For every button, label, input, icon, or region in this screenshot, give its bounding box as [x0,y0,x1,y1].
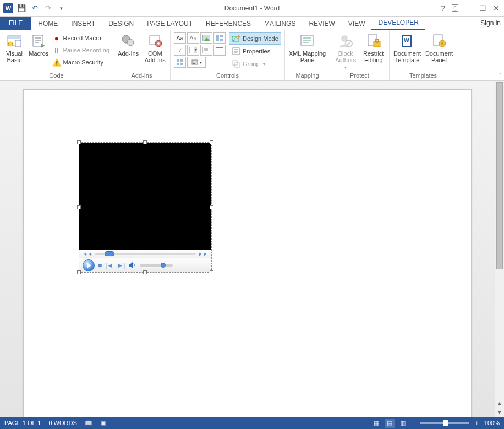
resize-handle[interactable] [77,205,81,209]
group-icon [232,59,240,68]
group-button[interactable]: Group▾ [229,58,281,70]
resize-handle[interactable] [77,270,81,274]
page-indicator[interactable]: PAGE 1 OF 1 [4,420,41,426]
ribbon-tabs: FILE HOME INSERT DESIGN PAGE LAYOUT REFE… [0,17,504,30]
undo-icon[interactable]: ↶ [30,3,40,13]
zoom-thumb[interactable] [443,420,448,426]
fastforward-icon[interactable]: ►► [198,251,208,257]
rich-text-control-icon[interactable]: Aa [174,32,186,44]
tab-page-layout[interactable]: PAGE LAYOUT [140,17,199,30]
restrict-editing-button[interactable]: Restrict Editing [361,32,386,63]
svg-rect-28 [177,59,179,62]
design-mode-button[interactable]: Design Mode [229,32,281,45]
resize-handle[interactable] [77,140,81,144]
seek-bar[interactable]: ◄◄ ►► [79,250,211,258]
quick-access-toolbar: W 💾 ↶ ↷ ▾ [0,3,66,13]
xml-mapping-button[interactable]: XML Mapping Pane [288,32,326,63]
svg-point-47 [342,36,347,41]
scroll-down-icon[interactable]: ▼ [495,408,504,417]
help-icon[interactable]: ? [441,4,445,13]
svg-rect-30 [177,63,179,65]
rewind-icon[interactable]: ◄◄ [83,251,92,257]
zoom-slider[interactable] [420,422,469,424]
maximize-icon[interactable]: ☐ [479,4,486,13]
checkbox-control-icon[interactable]: ☑ [174,45,186,56]
building-block-control-icon[interactable] [213,32,226,44]
tab-insert[interactable]: INSERT [64,17,102,30]
com-addins-button[interactable]: COM Add-Ins [144,32,167,63]
word-count[interactable]: 0 WORDS [48,420,76,426]
save-icon[interactable]: 💾 [17,3,26,13]
print-layout-icon[interactable]: ▤ [385,419,395,428]
collapse-ribbon-icon[interactable]: ˄ [499,72,502,78]
group-mapping-label: Mapping [285,71,330,80]
stop-icon[interactable]: ■ [98,262,102,269]
tab-file[interactable]: FILE [0,17,31,30]
document-template-button[interactable]: W Document Template [393,32,421,63]
sign-in-link[interactable]: Sign in [480,19,501,27]
tab-references[interactable]: REFERENCES [199,17,258,30]
document-template-icon: W [398,32,416,49]
prev-track-icon[interactable]: |◄ [105,262,113,269]
zoom-out-icon[interactable]: − [411,420,414,426]
document-panel-button[interactable]: Document Panel [425,32,453,63]
zoom-in-icon[interactable]: + [475,420,478,426]
resize-handle[interactable] [210,205,213,209]
volume-slider[interactable] [140,264,173,267]
next-track-icon[interactable]: ►| [117,262,125,269]
datepicker-control-icon[interactable] [213,45,226,56]
title-bar: W 💾 ↶ ↷ ▾ Document1 - Word ? ▯ — ☐ ✕ [0,0,504,17]
vertical-scrollbar[interactable]: ▲ ▼ [495,81,504,417]
close-icon[interactable]: ✕ [493,4,500,13]
tab-developer[interactable]: DEVELOPER [371,16,425,30]
com-addins-icon [146,32,164,49]
resize-handle[interactable] [210,270,213,274]
macro-security-button[interactable]: ⚠️Macro Security [52,57,109,68]
addins-icon [119,32,137,49]
media-player-control[interactable]: ◄◄ ►► ■ |◄ ►| [79,142,212,273]
tab-mailings[interactable]: MAILINGS [258,17,302,30]
zoom-level[interactable]: 100% [484,420,500,426]
scroll-thumb[interactable] [496,82,503,269]
proofing-icon[interactable]: 📖 [85,420,92,427]
svg-rect-7 [35,42,39,43]
macros-button[interactable]: Macros [29,32,49,57]
read-mode-icon[interactable]: ▦ [374,420,379,427]
tab-design[interactable]: DESIGN [102,17,140,30]
plain-text-control-icon[interactable]: Aa [187,32,199,44]
ribbon-display-icon[interactable]: ▯ [452,4,458,12]
resize-handle[interactable] [143,270,147,274]
qat-customize-icon[interactable]: ▾ [56,3,66,13]
redo-icon[interactable]: ↷ [43,3,53,13]
xml-mapping-icon [299,32,316,49]
volume-thumb[interactable] [161,263,166,268]
tab-review[interactable]: REVIEW [302,17,341,30]
macro-flag-icon[interactable]: ▣ [100,420,106,427]
seek-track[interactable] [95,253,196,255]
tab-home[interactable]: HOME [31,17,64,30]
svg-rect-31 [180,63,183,65]
resize-handle[interactable] [210,140,213,144]
visual-basic-button[interactable]: Visual Basic [3,32,25,63]
web-layout-icon[interactable]: ▥ [400,420,406,427]
combobox-control-icon[interactable] [187,45,199,56]
properties-button[interactable]: Properties [229,45,281,57]
legacy-tools-icon[interactable]: ▾ [187,57,206,68]
repeating-control-icon[interactable] [174,57,186,68]
block-authors-icon [337,32,354,49]
dropdown-control-icon[interactable] [200,45,212,56]
scroll-up-icon[interactable]: ▲ [495,398,504,408]
volume-icon[interactable] [128,261,136,269]
resize-handle[interactable] [143,140,147,144]
addins-button[interactable]: Add-Ins [117,32,140,57]
pause-icon: ⏸ [52,46,61,55]
svg-rect-5 [35,37,41,39]
seek-thumb[interactable] [105,251,114,256]
play-button[interactable] [83,259,95,271]
svg-marker-59 [129,262,133,268]
record-macro-button[interactable]: ●Record Macro [52,32,109,44]
tab-view[interactable]: VIEW [342,17,372,30]
picture-control-icon[interactable] [200,32,212,44]
minimize-icon[interactable]: — [465,4,473,13]
page[interactable]: ◄◄ ►► ■ |◄ ►| [23,89,472,417]
